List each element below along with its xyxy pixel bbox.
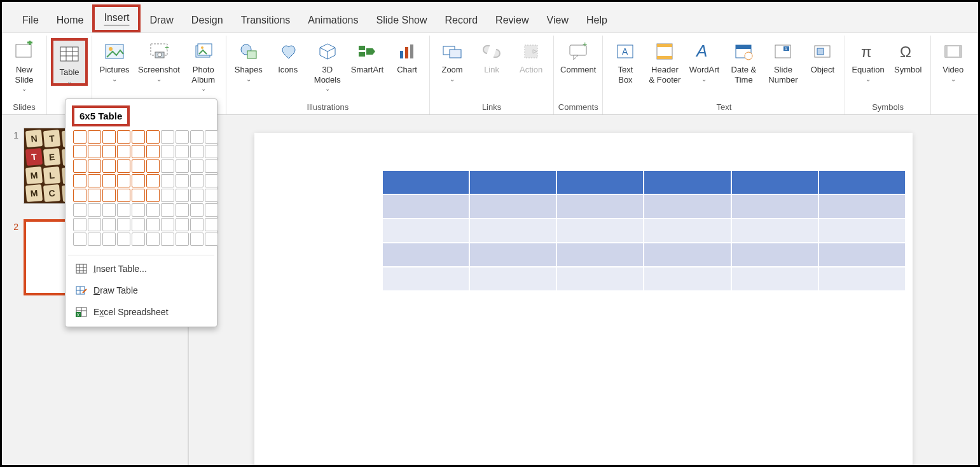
- grid-cell[interactable]: [176, 203, 189, 217]
- tab-animations[interactable]: Animations: [299, 10, 367, 32]
- tab-record[interactable]: Record: [436, 10, 487, 32]
- chart-button[interactable]: Chart: [389, 38, 425, 75]
- grid-cell[interactable]: [117, 218, 130, 231]
- grid-cell[interactable]: [205, 159, 218, 173]
- grid-cell[interactable]: [102, 130, 116, 144]
- tab-help[interactable]: Help: [577, 10, 616, 32]
- grid-cell[interactable]: [73, 203, 86, 217]
- grid-cell[interactable]: [102, 218, 116, 231]
- grid-cell[interactable]: [190, 189, 204, 202]
- grid-cell[interactable]: [73, 145, 86, 158]
- header-footer-button[interactable]: Header & Footer: [646, 38, 683, 85]
- grid-cell[interactable]: [88, 189, 101, 202]
- grid-cell[interactable]: [88, 130, 101, 144]
- grid-cell[interactable]: [146, 218, 160, 231]
- slide-canvas[interactable]: [254, 133, 913, 465]
- date-time-button[interactable]: Date & Time: [725, 38, 762, 85]
- screenshot-button[interactable]: + Screenshot ⌄: [135, 38, 183, 81]
- grid-cell[interactable]: [176, 174, 189, 187]
- grid-cell[interactable]: [176, 189, 189, 202]
- grid-cell[interactable]: [146, 130, 160, 144]
- grid-cell[interactable]: [132, 130, 145, 144]
- grid-cell[interactable]: [102, 145, 116, 158]
- tab-draw[interactable]: Draw: [141, 10, 182, 32]
- grid-cell[interactable]: [161, 174, 174, 187]
- grid-cell[interactable]: [190, 159, 204, 173]
- tab-insert[interactable]: Insert: [92, 4, 141, 32]
- grid-cell[interactable]: [132, 145, 145, 158]
- grid-cell[interactable]: [205, 189, 218, 202]
- grid-cell[interactable]: [146, 233, 160, 246]
- grid-cell[interactable]: [73, 130, 86, 144]
- wordart-button[interactable]: AWordArt⌄: [686, 38, 722, 81]
- grid-cell[interactable]: [117, 189, 130, 202]
- grid-cell[interactable]: [132, 233, 145, 246]
- video-button[interactable]: Video⌄: [935, 38, 972, 81]
- grid-cell[interactable]: [132, 218, 145, 231]
- grid-cell[interactable]: [190, 145, 204, 158]
- grid-cell[interactable]: [88, 145, 101, 158]
- grid-cell[interactable]: [102, 203, 116, 217]
- excel-spreadsheet-menuitem[interactable]: X Excel Spreadsheet: [72, 301, 210, 323]
- grid-cell[interactable]: [205, 145, 218, 158]
- grid-cell[interactable]: [132, 174, 145, 187]
- grid-cell[interactable]: [190, 233, 204, 246]
- grid-cell[interactable]: [146, 159, 160, 173]
- grid-cell[interactable]: [205, 218, 218, 231]
- icons-button[interactable]: Icons: [270, 38, 307, 75]
- grid-cell[interactable]: [176, 145, 189, 158]
- grid-cell[interactable]: [190, 218, 204, 231]
- grid-cell[interactable]: [176, 130, 189, 144]
- object-button[interactable]: Object: [804, 38, 841, 75]
- grid-cell[interactable]: [146, 189, 160, 202]
- grid-cell[interactable]: [161, 189, 174, 202]
- grid-cell[interactable]: [146, 174, 160, 187]
- tab-file[interactable]: File: [13, 10, 48, 32]
- grid-cell[interactable]: [102, 159, 116, 173]
- slide-number-button[interactable]: #Slide Number: [764, 38, 801, 85]
- grid-cell[interactable]: [132, 203, 145, 217]
- grid-cell[interactable]: [88, 233, 101, 246]
- grid-cell[interactable]: [190, 174, 204, 187]
- inserted-table-preview[interactable]: [382, 170, 906, 292]
- text-box-button[interactable]: AText Box: [607, 38, 644, 85]
- tab-design[interactable]: Design: [183, 10, 232, 32]
- new-slide-button[interactable]: New Slide ⌄: [6, 38, 43, 90]
- grid-cell[interactable]: [102, 189, 116, 202]
- grid-cell[interactable]: [146, 145, 160, 158]
- grid-cell[interactable]: [190, 130, 204, 144]
- tab-review[interactable]: Review: [487, 10, 537, 32]
- grid-cell[interactable]: [132, 159, 145, 173]
- comment-button[interactable]: +Comment: [558, 38, 598, 75]
- equation-button[interactable]: πEquation⌄: [849, 38, 887, 81]
- grid-cell[interactable]: [117, 145, 130, 158]
- grid-cell[interactable]: [176, 233, 189, 246]
- draw-table-menuitem[interactable]: Draw Table: [72, 280, 210, 301]
- grid-cell[interactable]: [88, 218, 101, 231]
- pictures-button[interactable]: Pictures ⌄: [96, 38, 133, 81]
- zoom-button[interactable]: Zoom⌄: [434, 38, 471, 81]
- grid-cell[interactable]: [117, 130, 130, 144]
- grid-cell[interactable]: [73, 159, 86, 173]
- tab-view[interactable]: View: [538, 10, 577, 32]
- grid-cell[interactable]: [73, 233, 86, 246]
- grid-cell[interactable]: [176, 159, 189, 173]
- grid-cell[interactable]: [102, 174, 116, 187]
- grid-cell[interactable]: [205, 233, 218, 246]
- grid-cell[interactable]: [102, 233, 116, 246]
- grid-cell[interactable]: [190, 203, 204, 217]
- symbol-button[interactable]: ΩSymbol: [890, 38, 927, 75]
- grid-cell[interactable]: [73, 189, 86, 202]
- 3d-models-button[interactable]: 3D Models⌄: [309, 38, 346, 90]
- tab-slideshow[interactable]: Slide Show: [367, 10, 436, 32]
- grid-cell[interactable]: [73, 218, 86, 231]
- grid-cell[interactable]: [205, 130, 218, 144]
- grid-cell[interactable]: [161, 218, 174, 231]
- tab-home[interactable]: Home: [48, 10, 93, 32]
- shapes-button[interactable]: Shapes⌄: [230, 38, 267, 81]
- grid-cell[interactable]: [88, 159, 101, 173]
- grid-cell[interactable]: [161, 203, 174, 217]
- grid-cell[interactable]: [73, 174, 86, 187]
- grid-cell[interactable]: [205, 203, 218, 217]
- grid-cell[interactable]: [205, 174, 218, 187]
